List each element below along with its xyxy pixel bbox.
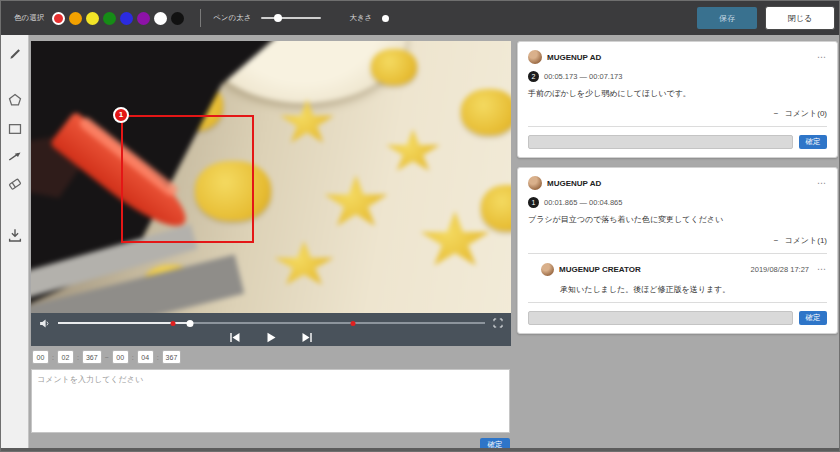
color-swatch-yellow[interactable] bbox=[86, 12, 99, 25]
more-menu-icon[interactable]: ⋯ bbox=[817, 179, 827, 187]
comment-marker[interactable] bbox=[171, 321, 176, 326]
card-divider bbox=[528, 126, 827, 127]
reply-author: MUGENUP CREATOR bbox=[559, 265, 641, 274]
download-icon[interactable] bbox=[7, 227, 23, 243]
time-separator: : bbox=[77, 354, 79, 361]
reply-input[interactable] bbox=[528, 135, 793, 149]
range-start-sec[interactable]: 02 bbox=[57, 350, 74, 364]
comment-time-range[interactable]: 00:01.865 — 00:04.865 bbox=[544, 198, 622, 207]
comment-card: MUGENUP AD ⋯ 1 00:01.865 — 00:04.865 ブラシ… bbox=[517, 167, 838, 333]
color-swatch-black[interactable] bbox=[171, 12, 184, 25]
player-controls bbox=[31, 313, 511, 346]
time-separator: : bbox=[52, 354, 54, 361]
range-end-sec[interactable]: 04 bbox=[137, 350, 154, 364]
more-menu-icon[interactable]: ⋯ bbox=[817, 53, 827, 61]
comments-toggle-label[interactable]: コメント(1) bbox=[784, 236, 827, 245]
comments-toggle-label[interactable]: コメント(0) bbox=[784, 109, 827, 118]
range-end-min[interactable]: 00 bbox=[112, 350, 129, 364]
collapse-icon[interactable]: − bbox=[774, 236, 779, 245]
color-swatch-blue[interactable] bbox=[120, 12, 133, 25]
more-menu-icon[interactable]: ⋯ bbox=[817, 265, 827, 273]
arrow-tool-icon[interactable] bbox=[7, 148, 23, 164]
playhead-thumb[interactable] bbox=[187, 320, 194, 327]
comment-number-badge: 1 bbox=[528, 197, 539, 208]
bottom-edge bbox=[1, 448, 839, 451]
annotation-marker-badge: 1 bbox=[113, 107, 129, 123]
reply-submit-button[interactable]: 確定 bbox=[799, 311, 827, 325]
range-start-ms[interactable]: 367 bbox=[82, 350, 102, 364]
annotation-app: 色の選択 ペンの太さ 大きさ 保存 閉じる bbox=[0, 0, 840, 452]
color-palette bbox=[52, 12, 184, 25]
color-swatch-orange[interactable] bbox=[69, 12, 82, 25]
comment-header: MUGENUP AD ⋯ bbox=[528, 176, 827, 190]
play-button[interactable] bbox=[265, 332, 277, 343]
comment-panel: MUGENUP AD ⋯ 2 00:05.173 — 00:07.173 手前の… bbox=[517, 41, 838, 343]
comments-toggle[interactable]: −コメント(0) bbox=[528, 108, 827, 119]
comment-header: MUGENUP AD ⋯ bbox=[528, 50, 827, 64]
comment-meta: 1 00:01.865 — 00:04.865 bbox=[528, 197, 827, 208]
color-swatch-white[interactable] bbox=[154, 12, 167, 25]
reply-row: 確定 bbox=[528, 311, 827, 325]
color-swatch-purple[interactable] bbox=[137, 12, 150, 25]
progress-bar[interactable] bbox=[58, 322, 485, 324]
pen-width-slider[interactable] bbox=[261, 17, 321, 19]
progress-row bbox=[39, 318, 503, 328]
comment-input[interactable] bbox=[31, 369, 510, 433]
reply-thread: MUGENUP CREATOR 2019/08/28 17:27 ⋯ 承知いたし… bbox=[528, 263, 827, 295]
comment-author: MUGENUP AD bbox=[547, 179, 601, 188]
rectangle-tool-icon[interactable] bbox=[7, 121, 23, 137]
pen-width-slider-thumb[interactable] bbox=[274, 14, 282, 22]
comment-time-range[interactable]: 00:05.173 — 00:07.173 bbox=[544, 72, 622, 81]
polygon-tool-icon[interactable] bbox=[7, 92, 23, 108]
reply-body: 承知いたしました。後ほど修正版を送ります。 bbox=[541, 284, 827, 295]
cookie bbox=[371, 49, 417, 85]
tool-rail bbox=[1, 35, 29, 451]
size-preview-dot bbox=[382, 15, 389, 22]
volume-icon[interactable] bbox=[39, 318, 50, 329]
avatar bbox=[541, 263, 554, 276]
comment-meta: 2 00:05.173 — 00:07.173 bbox=[528, 71, 827, 82]
next-frame-button[interactable] bbox=[301, 332, 313, 343]
color-swatch-green[interactable] bbox=[103, 12, 116, 25]
reply-row: 確定 bbox=[528, 135, 827, 149]
size-label: 大きさ bbox=[349, 13, 372, 23]
comment-number-badge: 2 bbox=[528, 71, 539, 82]
pen-tool-icon[interactable] bbox=[7, 46, 23, 62]
comment-body: 手前のぼかしを少し弱めにしてほしいです。 bbox=[528, 89, 827, 99]
cookie bbox=[461, 89, 511, 135]
comment-author: MUGENUP AD bbox=[547, 53, 601, 62]
reply-input[interactable] bbox=[528, 311, 793, 325]
comment-marker[interactable] bbox=[350, 321, 355, 326]
avatar bbox=[528, 176, 542, 190]
range-start-min[interactable]: 00 bbox=[32, 350, 49, 364]
video-stage[interactable]: 1 bbox=[31, 41, 511, 313]
reply-submit-button[interactable]: 確定 bbox=[799, 135, 827, 149]
reply-header: MUGENUP CREATOR 2019/08/28 17:27 ⋯ bbox=[541, 263, 827, 276]
top-toolbar: 色の選択 ペンの太さ 大きさ 保存 閉じる bbox=[1, 1, 839, 35]
previous-frame-button[interactable] bbox=[229, 332, 241, 343]
card-divider bbox=[528, 253, 827, 254]
fullscreen-icon[interactable] bbox=[493, 318, 503, 328]
eraser-tool-icon[interactable] bbox=[7, 175, 23, 191]
range-separator: − bbox=[105, 354, 109, 361]
annotation-rectangle[interactable] bbox=[121, 115, 254, 243]
range-end-ms[interactable]: 367 bbox=[162, 350, 182, 364]
comment-card: MUGENUP AD ⋯ 2 00:05.173 — 00:07.173 手前の… bbox=[517, 41, 838, 158]
pen-width-label: ペンの太さ bbox=[213, 13, 251, 23]
time-separator: : bbox=[157, 354, 159, 361]
comments-toggle[interactable]: −コメント(1) bbox=[528, 235, 827, 246]
color-select-label: 色の選択 bbox=[14, 13, 44, 23]
avatar bbox=[528, 50, 542, 64]
card-divider bbox=[528, 302, 827, 303]
color-swatch-red[interactable] bbox=[52, 12, 65, 25]
close-button[interactable]: 閉じる bbox=[765, 6, 835, 30]
collapse-icon[interactable]: − bbox=[774, 109, 779, 118]
save-button[interactable]: 保存 bbox=[697, 7, 757, 29]
time-separator: : bbox=[132, 354, 134, 361]
video-frame bbox=[31, 41, 511, 313]
reply-date: 2019/08/28 17:27 bbox=[751, 265, 809, 274]
toolbar-divider bbox=[200, 9, 201, 27]
time-range-editor: 00 : 02 : 367 − 00 : 04 : 367 bbox=[32, 350, 181, 364]
comment-body: ブラシが目立つので落ち着いた色に変更してください bbox=[528, 215, 827, 225]
transport-controls bbox=[31, 332, 511, 343]
